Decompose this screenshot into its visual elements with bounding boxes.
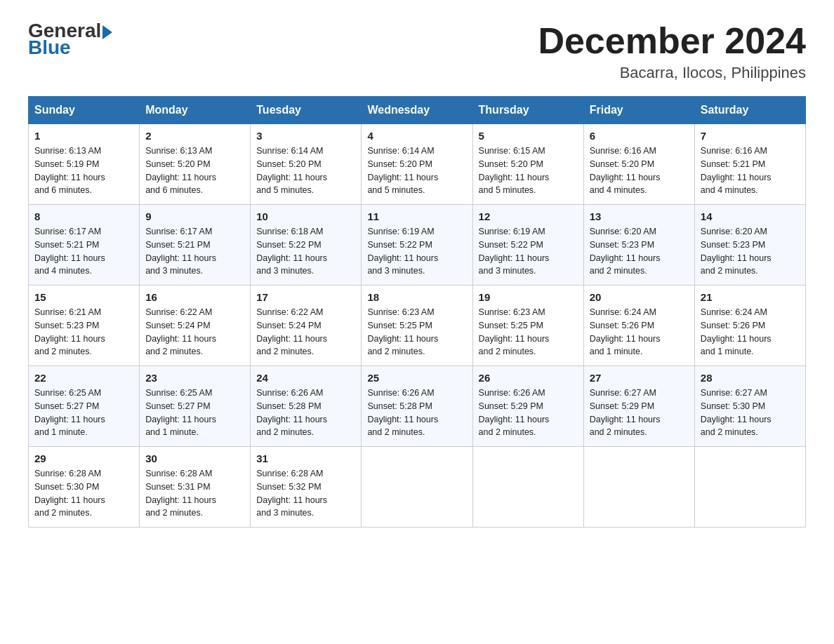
calendar-cell: 19Sunrise: 6:23 AMSunset: 5:25 PMDayligh… xyxy=(472,286,583,366)
day-info: Sunrise: 6:13 AMSunset: 5:20 PMDaylight:… xyxy=(145,145,244,197)
daylight-value: and 2 minutes. xyxy=(34,508,92,518)
sunrise-text: Sunrise: 6:21 AM xyxy=(34,307,101,317)
calendar-cell xyxy=(362,447,472,528)
calendar-cell xyxy=(694,447,805,528)
calendar-cell: 30Sunrise: 6:28 AMSunset: 5:31 PMDayligh… xyxy=(140,447,251,528)
daylight-value: and 2 minutes. xyxy=(479,347,536,356)
day-number: 20 xyxy=(590,291,689,303)
sunset-text: Sunset: 5:23 PM xyxy=(590,240,654,250)
day-number: 6 xyxy=(590,130,689,142)
day-info: Sunrise: 6:13 AMSunset: 5:19 PMDaylight:… xyxy=(34,145,133,197)
col-header-tuesday: Tuesday xyxy=(251,97,362,124)
col-header-thursday: Thursday xyxy=(472,97,583,124)
daylight-label: Daylight: 11 hours xyxy=(256,415,327,424)
sunset-text: Sunset: 5:23 PM xyxy=(701,240,765,250)
sunset-text: Sunset: 5:24 PM xyxy=(256,321,321,330)
logo-blue-text: Blue xyxy=(28,38,112,58)
calendar-cell: 31Sunrise: 6:28 AMSunset: 5:32 PMDayligh… xyxy=(251,447,362,528)
sunrise-text: Sunrise: 6:16 AM xyxy=(701,146,767,156)
daylight-value: and 2 minutes. xyxy=(256,347,314,356)
sunset-text: Sunset: 5:30 PM xyxy=(701,401,765,411)
day-number: 1 xyxy=(34,130,133,142)
col-header-sunday: Sunday xyxy=(29,97,140,124)
sunset-text: Sunset: 5:20 PM xyxy=(590,159,654,169)
sunrise-text: Sunrise: 6:25 AM xyxy=(145,388,212,398)
sunrise-text: Sunrise: 6:14 AM xyxy=(367,146,434,156)
daylight-value: and 2 minutes. xyxy=(367,347,425,356)
sunset-text: Sunset: 5:20 PM xyxy=(479,159,543,169)
col-header-friday: Friday xyxy=(583,97,694,124)
daylight-value: and 4 minutes. xyxy=(701,185,758,195)
day-info: Sunrise: 6:16 AMSunset: 5:21 PMDaylight:… xyxy=(701,145,800,197)
calendar-cell: 24Sunrise: 6:26 AMSunset: 5:28 PMDayligh… xyxy=(251,366,362,447)
sunset-text: Sunset: 5:29 PM xyxy=(479,401,543,411)
location-subtitle: Bacarra, Ilocos, Philippines xyxy=(538,64,806,82)
sunset-text: Sunset: 5:32 PM xyxy=(256,482,321,492)
daylight-value: and 3 minutes. xyxy=(256,266,314,276)
day-number: 17 xyxy=(256,291,355,303)
daylight-label: Daylight: 11 hours xyxy=(34,334,105,344)
day-info: Sunrise: 6:14 AMSunset: 5:20 PMDaylight:… xyxy=(367,145,466,197)
sunset-text: Sunset: 5:26 PM xyxy=(590,321,654,330)
sunset-text: Sunset: 5:20 PM xyxy=(367,159,432,169)
calendar-cell: 14Sunrise: 6:20 AMSunset: 5:23 PMDayligh… xyxy=(694,205,805,286)
daylight-label: Daylight: 11 hours xyxy=(256,334,327,344)
daylight-value: and 3 minutes. xyxy=(479,266,536,276)
calendar-cell: 23Sunrise: 6:25 AMSunset: 5:27 PMDayligh… xyxy=(140,366,251,447)
daylight-label: Daylight: 11 hours xyxy=(701,173,772,182)
daylight-value: and 3 minutes. xyxy=(145,266,203,276)
daylight-label: Daylight: 11 hours xyxy=(34,253,105,263)
calendar-cell xyxy=(472,447,583,528)
daylight-value: and 1 minute. xyxy=(145,427,199,437)
sunrise-text: Sunrise: 6:25 AM xyxy=(34,388,101,398)
sunrise-text: Sunrise: 6:27 AM xyxy=(701,388,767,398)
daylight-label: Daylight: 11 hours xyxy=(590,253,661,263)
calendar-cell xyxy=(583,447,694,528)
calendar-cell: 28Sunrise: 6:27 AMSunset: 5:30 PMDayligh… xyxy=(694,366,805,447)
daylight-label: Daylight: 11 hours xyxy=(145,253,216,263)
daylight-value: and 2 minutes. xyxy=(367,427,425,437)
calendar-cell: 27Sunrise: 6:27 AMSunset: 5:29 PMDayligh… xyxy=(583,366,694,447)
day-number: 15 xyxy=(34,291,133,303)
sunrise-text: Sunrise: 6:23 AM xyxy=(479,307,545,317)
day-number: 11 xyxy=(367,210,466,222)
day-info: Sunrise: 6:25 AMSunset: 5:27 PMDaylight:… xyxy=(145,387,244,439)
sunrise-text: Sunrise: 6:20 AM xyxy=(590,227,656,236)
day-info: Sunrise: 6:28 AMSunset: 5:32 PMDaylight:… xyxy=(256,467,355,520)
sunset-text: Sunset: 5:24 PM xyxy=(145,321,210,330)
day-number: 9 xyxy=(145,210,244,222)
day-number: 12 xyxy=(479,210,578,222)
daylight-value: and 2 minutes. xyxy=(590,427,647,437)
day-info: Sunrise: 6:23 AMSunset: 5:25 PMDaylight:… xyxy=(367,306,466,358)
sunrise-text: Sunrise: 6:28 AM xyxy=(145,469,212,478)
day-info: Sunrise: 6:15 AMSunset: 5:20 PMDaylight:… xyxy=(479,145,578,197)
day-info: Sunrise: 6:22 AMSunset: 5:24 PMDaylight:… xyxy=(256,306,355,358)
daylight-label: Daylight: 11 hours xyxy=(34,173,105,182)
day-info: Sunrise: 6:24 AMSunset: 5:26 PMDaylight:… xyxy=(701,306,800,358)
daylight-label: Daylight: 11 hours xyxy=(701,415,772,424)
daylight-value: and 3 minutes. xyxy=(256,508,314,518)
daylight-value: and 4 minutes. xyxy=(590,185,647,195)
calendar-cell: 20Sunrise: 6:24 AMSunset: 5:26 PMDayligh… xyxy=(583,286,694,366)
day-info: Sunrise: 6:20 AMSunset: 5:23 PMDaylight:… xyxy=(701,225,800,278)
week-row-1: 1Sunrise: 6:13 AMSunset: 5:19 PMDaylight… xyxy=(29,124,806,205)
daylight-value: and 1 minute. xyxy=(34,427,88,437)
calendar-cell: 22Sunrise: 6:25 AMSunset: 5:27 PMDayligh… xyxy=(29,366,140,447)
calendar-cell: 10Sunrise: 6:18 AMSunset: 5:22 PMDayligh… xyxy=(251,205,362,286)
day-number: 26 xyxy=(479,372,578,384)
daylight-value: and 2 minutes. xyxy=(145,347,203,356)
sunset-text: Sunset: 5:22 PM xyxy=(367,240,432,250)
sunset-text: Sunset: 5:31 PM xyxy=(145,482,210,492)
sunrise-text: Sunrise: 6:19 AM xyxy=(479,227,545,236)
sunrise-text: Sunrise: 6:14 AM xyxy=(256,146,323,156)
day-number: 7 xyxy=(701,130,800,142)
calendar-cell: 8Sunrise: 6:17 AMSunset: 5:21 PMDaylight… xyxy=(29,205,140,286)
sunrise-text: Sunrise: 6:17 AM xyxy=(34,227,101,236)
day-info: Sunrise: 6:21 AMSunset: 5:23 PMDaylight:… xyxy=(34,306,133,358)
sunrise-text: Sunrise: 6:22 AM xyxy=(256,307,323,317)
day-number: 16 xyxy=(145,291,244,303)
calendar-cell: 18Sunrise: 6:23 AMSunset: 5:25 PMDayligh… xyxy=(362,286,472,366)
sunrise-text: Sunrise: 6:13 AM xyxy=(34,146,101,156)
sunrise-text: Sunrise: 6:18 AM xyxy=(256,227,323,236)
daylight-value: and 2 minutes. xyxy=(479,427,536,437)
